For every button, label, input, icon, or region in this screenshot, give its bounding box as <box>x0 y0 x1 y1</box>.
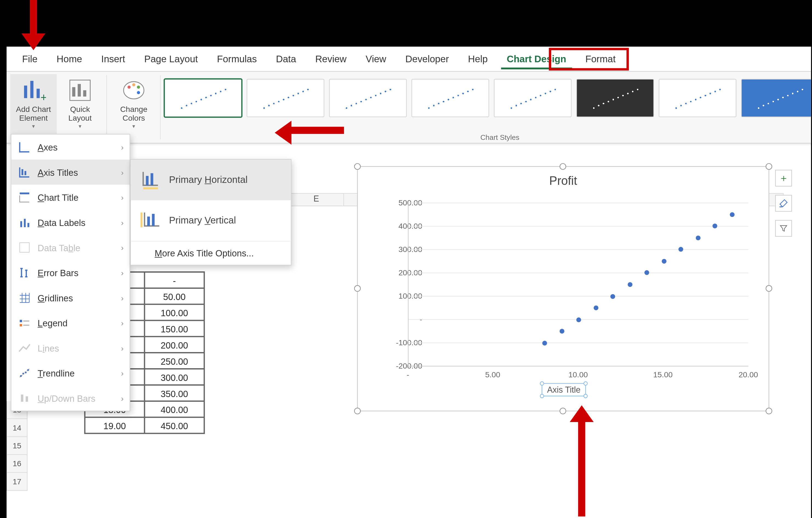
chart-style-2[interactable] <box>246 79 324 117</box>
svg-point-12 <box>137 91 140 94</box>
add-chart-element-label: Add Chart Element <box>16 105 51 123</box>
chart-style-8[interactable] <box>741 79 811 117</box>
row-header[interactable]: 16 <box>6 455 27 473</box>
chart-styles-button[interactable] <box>775 195 792 212</box>
resize-handle[interactable] <box>766 163 772 170</box>
submenu-more-options[interactable]: More Axis Title Options... <box>131 241 291 265</box>
table-cell[interactable]: 50.00 <box>145 288 204 304</box>
data-point[interactable] <box>678 247 683 252</box>
tab-chart-design[interactable]: Chart Design <box>497 48 576 70</box>
data-point[interactable] <box>576 317 581 322</box>
menu-item-axes[interactable]: Axes› <box>11 135 129 160</box>
table-cell[interactable]: 150.00 <box>145 320 204 336</box>
quick-layout-button[interactable]: Quick Layout ▾ <box>57 74 103 140</box>
table-cell[interactable]: 250.00 <box>145 353 204 369</box>
row-header[interactable]: 15 <box>6 437 27 455</box>
table-cell[interactable]: 100.00 <box>145 304 204 321</box>
resize-handle[interactable] <box>354 285 361 292</box>
chart-elements-button[interactable]: ＋ <box>775 170 792 187</box>
table-cell[interactable]: - <box>145 272 204 288</box>
tab-review[interactable]: Review <box>306 48 356 70</box>
chevron-right-icon: › <box>121 193 123 202</box>
menu-item-lines: Lines› <box>11 335 129 361</box>
row-header[interactable]: 14 <box>6 419 27 437</box>
resize-handle[interactable] <box>354 408 361 414</box>
table-cell[interactable]: 300.00 <box>145 369 204 385</box>
resize-handle[interactable] <box>583 381 588 386</box>
chart-style-1[interactable] <box>164 79 242 117</box>
menu-item-gridlines[interactable]: Gridlines› <box>11 285 129 310</box>
tab-view[interactable]: View <box>356 48 396 70</box>
table-cell[interactable]: 450.00 <box>145 417 204 434</box>
resize-handle[interactable] <box>766 408 772 414</box>
axes-icon <box>17 140 31 154</box>
tab-format[interactable]: Format <box>576 48 625 70</box>
tab-file[interactable]: File <box>12 48 47 70</box>
embedded-chart[interactable]: Profit 500.00 400.00 300.00 200.00 100.0… <box>357 166 769 411</box>
svg-point-11 <box>137 86 140 88</box>
resize-handle[interactable] <box>560 163 566 170</box>
menu-item-data-labels[interactable]: Data Labels› <box>11 210 129 235</box>
quick-layout-label: Quick Layout <box>68 105 92 123</box>
x-axis-title[interactable]: Axis Title <box>542 383 586 396</box>
menu-item-label: ridlines <box>45 293 73 303</box>
chart-style-3[interactable] <box>329 79 407 117</box>
menu-item-trendline[interactable]: Trendline› <box>11 361 129 386</box>
data-point[interactable] <box>696 235 700 240</box>
resize-handle[interactable] <box>560 408 566 414</box>
resize-handle[interactable] <box>540 394 544 398</box>
table-cell[interactable]: 400.00 <box>145 401 204 417</box>
svg-rect-19 <box>27 223 29 227</box>
col-header[interactable]: E <box>289 193 344 206</box>
tab-developer[interactable]: Developer <box>396 48 459 70</box>
chart-style-5[interactable] <box>494 79 572 117</box>
resize-handle[interactable] <box>354 163 361 170</box>
row-header[interactable]: 17 <box>6 473 27 491</box>
table-cell[interactable]: 350.00 <box>145 385 204 401</box>
tab-formulas[interactable]: Formulas <box>207 48 266 70</box>
menu-item-chart-title[interactable]: Chart Title› <box>11 185 129 210</box>
chart-style-6[interactable] <box>576 79 654 117</box>
chart-title[interactable]: Profit <box>358 167 769 188</box>
chevron-right-icon: › <box>121 218 123 227</box>
table-cell[interactable]: 200.00 <box>145 336 204 353</box>
data-point[interactable] <box>729 212 734 217</box>
resize-handle[interactable] <box>583 394 588 398</box>
menu-item-label: rendline <box>43 368 75 378</box>
data-point[interactable] <box>593 305 598 310</box>
table-cell[interactable]: 19.00 <box>85 417 145 434</box>
add-chart-element-menu[interactable]: Axes› Axis Titles› Chart Title› Data Lab… <box>11 134 130 411</box>
menu-item-axis-titles[interactable]: Axis Titles› <box>11 160 129 185</box>
x-tick: 15.00 <box>653 370 672 379</box>
tab-page-layout[interactable]: Page Layout <box>135 48 208 70</box>
data-point[interactable] <box>627 282 632 287</box>
tab-insert[interactable]: Insert <box>92 48 135 70</box>
menu-item-legend[interactable]: Legend› <box>11 310 129 335</box>
svg-rect-30 <box>26 396 28 402</box>
data-point[interactable] <box>542 340 547 345</box>
chart-styles-gallery[interactable]: ▴ ▾ ▿ <box>164 74 811 121</box>
submenu-more-label: ore Axis Title Options... <box>162 248 254 258</box>
chart-filters-button[interactable] <box>775 220 792 237</box>
data-point[interactable] <box>610 294 615 299</box>
data-point[interactable] <box>559 329 564 334</box>
resize-handle[interactable] <box>540 381 544 386</box>
tab-home[interactable]: Home <box>47 48 92 70</box>
add-chart-element-button[interactable]: + Add Chart Element ▾ <box>10 74 57 140</box>
axis-titles-submenu[interactable]: Primary Horizontal Primary Vertical More… <box>130 159 291 266</box>
resize-handle[interactable] <box>766 285 772 292</box>
chart-style-4[interactable] <box>411 79 489 117</box>
row-headers: 13 14 15 16 17 <box>6 401 27 491</box>
svg-rect-33 <box>143 187 158 189</box>
chart-style-7[interactable] <box>659 79 736 117</box>
change-colors-button[interactable]: Change Colors ▾ <box>110 74 157 140</box>
tab-data[interactable]: Data <box>266 48 306 70</box>
tab-help[interactable]: Help <box>458 48 497 70</box>
data-point[interactable] <box>713 224 717 228</box>
submenu-primary-vertical[interactable]: Primary Vertical <box>131 200 291 241</box>
data-point[interactable] <box>644 270 649 275</box>
data-point[interactable] <box>661 259 666 264</box>
menu-item-error-bars[interactable]: Error Bars› <box>11 260 129 285</box>
submenu-primary-horizontal[interactable]: Primary Horizontal <box>131 160 291 200</box>
plot-area[interactable] <box>408 203 749 366</box>
